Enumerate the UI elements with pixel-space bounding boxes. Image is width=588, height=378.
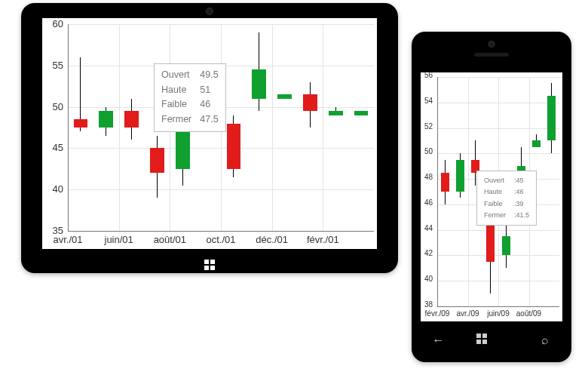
y-tick-label: 48	[421, 173, 433, 181]
phone-screen: 38404244464850525456févr./09avr./09juin/…	[421, 72, 562, 321]
candle-body[interactable]	[74, 119, 88, 128]
y-tick-label: 52	[421, 122, 433, 131]
candle-body[interactable]	[547, 96, 556, 140]
candle-body[interactable]	[303, 94, 317, 111]
y-tick-label: 55	[42, 60, 63, 71]
y-tick-label: 46	[421, 198, 433, 207]
y-tick-label: 40	[421, 275, 433, 283]
candle-body[interactable]	[124, 111, 139, 128]
x-tick-label: oct./01	[195, 234, 247, 245]
y-tick-label: 42	[421, 249, 433, 257]
x-tick-label: août/01	[145, 234, 196, 245]
candlestick-chart-phone[interactable]: 38404244464850525456févr./09avr./09juin/…	[421, 72, 562, 321]
search-icon[interactable]: ⌕	[530, 333, 560, 347]
x-tick-label: avr./01	[42, 234, 93, 245]
x-tick-label: févr./09	[422, 309, 453, 318]
y-tick-label: 38	[421, 300, 433, 309]
x-tick-label: déc./01	[247, 234, 298, 245]
candle-body[interactable]	[532, 140, 541, 146]
y-tick-label: 50	[42, 101, 63, 112]
candle-body[interactable]	[502, 236, 510, 255]
chart-tooltip: Ouvert49.5Haute51Faible46Fermer47.5	[154, 63, 226, 132]
x-tick-label: févr./01	[298, 234, 349, 245]
candle-body[interactable]	[456, 160, 464, 192]
x-tick-label: juin/09	[483, 309, 514, 318]
y-tick-label: 44	[421, 224, 433, 232]
y-tick-label: 45	[42, 142, 63, 153]
back-icon[interactable]: ←	[423, 333, 453, 347]
candle-body[interactable]	[227, 124, 241, 169]
chart-tooltip: Ouvert:45Haute:46Faible:39Fermer:41.5	[476, 171, 537, 226]
candle-body[interactable]	[150, 148, 164, 173]
candle-body[interactable]	[252, 69, 266, 98]
x-tick-label: juin/01	[93, 234, 145, 245]
windows-icon[interactable]	[476, 333, 507, 347]
candle-body[interactable]	[441, 173, 449, 192]
x-tick-label: avr./09	[452, 309, 483, 318]
candle-body[interactable]	[329, 111, 343, 115]
y-tick-label: 54	[421, 97, 433, 105]
candle-body[interactable]	[176, 128, 190, 169]
phone-camera	[488, 41, 495, 48]
tablet-screen: 354045505560avr./01juin/01août/01oct./01…	[42, 18, 377, 249]
x-tick-label: août/09	[513, 309, 544, 318]
tablet-frame: 354045505560avr./01juin/01août/01oct./01…	[21, 3, 398, 273]
windows-icon	[204, 260, 215, 270]
y-tick-label: 56	[421, 71, 433, 79]
tablet-camera	[206, 8, 213, 15]
y-tick-label: 40	[42, 183, 63, 195]
tablet-home-button[interactable]	[21, 257, 398, 273]
phone-frame: 38404244464850525456févr./09avr./09juin/…	[412, 32, 571, 362]
phone-nav-buttons: ← ⌕	[412, 329, 571, 352]
candlestick-chart-tablet[interactable]: 354045505560avr./01juin/01août/01oct./01…	[42, 18, 377, 249]
candle-body[interactable]	[277, 94, 292, 98]
candle-body[interactable]	[354, 111, 369, 115]
y-tick-label: 50	[421, 147, 433, 155]
y-tick-label: 60	[42, 18, 63, 29]
phone-speaker	[474, 53, 509, 57]
candle-body[interactable]	[99, 111, 113, 128]
